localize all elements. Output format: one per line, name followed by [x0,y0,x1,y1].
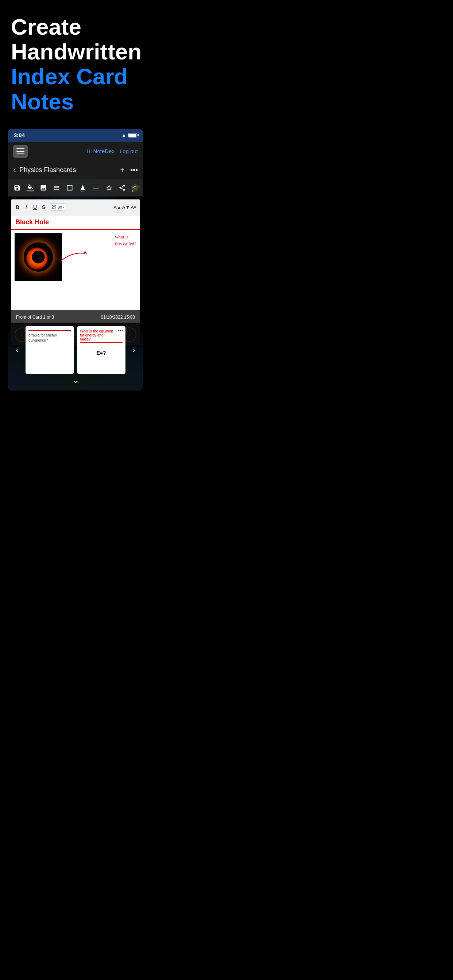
app-content: 🎓 B I U S 29 px ▾ A▲ A▼ [8,179,143,390]
groups-filter[interactable]: All Groups ⌄ [12,282,48,292]
filter-bar: All Groups ⌄ All Tags ⌄ Original Order ⌄ [8,278,143,296]
card-format-toolbar: B I U S 29 px ▾ A▲ A▼ A▾ [11,199,140,215]
tags-filter-arrow: ⌄ [73,285,76,289]
title-bar: ‹ Physics Flashcards + ••• [8,161,143,179]
chevron-down-button[interactable]: ⌄ [12,374,139,387]
thumb-card-1-menu[interactable]: ••• [66,328,72,334]
card-timestamp: 01/10/2022 15:03 [101,315,135,320]
handwritten-annotation: what is this called? [115,233,136,248]
nav-bar: Hi NoteDex Log out [8,142,143,161]
thumbnail-card-2[interactable]: ••• What is the equation for energy and … [77,326,126,374]
thumb-card-2-title: What is the equation for energy and mass… [80,329,123,343]
black-hole-image [14,233,62,281]
paint-bucket-button[interactable] [25,182,36,193]
phone-mockup: 3:04 ▲ Hi NoteDex Log out ‹ Physics Flas… [8,129,143,390]
battery-icon [128,133,137,137]
graduation-cap-icon: 🎓 [130,182,141,193]
hamburger-button[interactable] [13,145,28,158]
page-container: Create Handwritten Index Card Notes 3:04… [0,0,151,390]
star-button[interactable] [104,182,115,193]
deck-title: Physics Flashcards [19,166,120,174]
thumb-card-2-menu[interactable]: ••• [118,328,123,334]
order-filter-label: Original Order [89,284,118,290]
hamburger-line [16,148,24,149]
tags-filter-label: All Tags [56,284,72,290]
hamburger-line [16,151,24,152]
hero-line1: Create Handwritten [11,14,140,64]
divider-icon [92,184,100,191]
hamburger-line [16,153,24,154]
save-tool-button[interactable] [12,182,22,193]
divider-tool-button[interactable] [91,182,101,193]
hero-line2: Index Card Notes [11,64,140,114]
thumb-card-1-text: ormula for energy quivalence? [29,333,71,343]
card-title-area [11,215,140,230]
lines-tool-button[interactable] [51,182,62,193]
thumbnail-card-1[interactable]: ••• ormula for energy quivalence? [26,326,74,374]
card-footer: Front of Card 1 of 3 01/10/2022 15:03 [11,310,140,325]
title-actions: + ••• [120,166,138,174]
insert-image-button[interactable] [38,182,49,193]
more-options-button[interactable]: ••• [130,166,138,174]
box-tool-button[interactable] [64,182,75,193]
card-title-input[interactable] [15,218,136,226]
share-icon [118,184,126,191]
highlight-tool-button[interactable] [77,182,88,193]
image-icon [40,184,47,191]
card-image [14,233,62,281]
font-size-controls: A▲ A▼ A▾ [113,205,136,210]
font-size-value: 29 px [51,205,62,210]
font-color-button[interactable]: A▾ [131,205,136,210]
add-card-button[interactable]: + [120,166,124,174]
black-hole-ring [24,242,53,272]
font-size-dropdown-arrow: ▾ [63,205,64,209]
card-position-label: Front of Card 1 of 3 [16,315,54,320]
drawing-toolbar: 🎓 [8,179,143,197]
thumb-next-button[interactable]: › [128,345,139,355]
thumbnail-area: ‹ ••• ormula for energy quivalence? [8,323,143,390]
logout-link[interactable]: Log out [120,148,138,154]
thumbnail-cards: ••• ormula for energy quivalence? ••• Wh… [26,326,126,374]
strikethrough-button[interactable]: S [41,204,47,210]
thumb-prev-button[interactable]: ‹ [12,345,22,355]
status-icons: ▲ [121,132,137,138]
status-bar: 3:04 ▲ [8,129,143,142]
greeting-link[interactable]: Hi NoteDex [86,148,115,154]
groups-filter-arrow: ⌄ [40,285,43,289]
tags-filter[interactable]: All Tags ⌄ [51,282,81,292]
underline-button[interactable]: U [32,204,38,210]
status-time: 3:04 [14,132,25,138]
bold-button[interactable]: B [14,204,21,210]
groups-filter-label: All Groups [16,284,39,290]
order-filter-arrow: ⌄ [120,285,123,289]
save-icon [13,184,21,191]
hero-section: Create Handwritten Index Card Notes [0,0,151,125]
nav-links: Hi NoteDex Log out [86,148,138,154]
star-icon [105,184,113,191]
font-size-selector[interactable]: 29 px ▾ [49,204,66,211]
italic-button[interactable]: I [23,204,29,210]
thumbnail-nav-row: ‹ ••• ormula for energy quivalence? [12,326,139,374]
font-increase-button[interactable]: A▲ [113,205,121,210]
thumb-card-2-equation: E=? [80,350,123,356]
paint-icon [27,184,34,191]
share-button[interactable] [117,182,128,193]
order-filter[interactable]: Original Order ⌄ [84,282,128,292]
font-decrease-button[interactable]: A▼ [122,205,130,210]
thumb-card-1-title [29,329,71,331]
highlight-icon [79,184,86,191]
box-icon [66,184,73,191]
annotation-arrow [61,248,91,262]
wifi-icon: ▲ [121,132,126,138]
lines-icon [53,184,60,191]
back-button[interactable]: ‹ [13,165,16,175]
card-body: what is this called? [11,230,140,310]
